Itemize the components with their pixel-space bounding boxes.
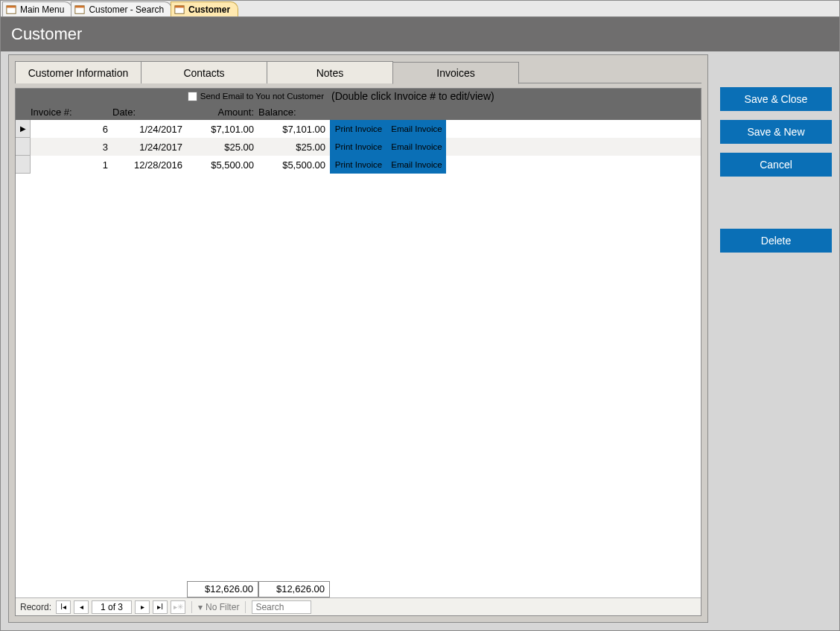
cell-invoice-no[interactable]: 3 (31, 138, 112, 156)
recnav-last-button[interactable]: ▸I (153, 600, 168, 614)
save-close-button[interactable]: Save & Close (720, 87, 832, 111)
cell-amount[interactable]: $7,101.00 (187, 120, 258, 138)
cell-amount[interactable]: $25.00 (187, 138, 258, 156)
recnav-filter[interactable]: ▾ No Filter (198, 602, 239, 612)
doc-tab-label: Main Menu (20, 4, 64, 15)
doc-tab-customer-search[interactable]: Customer - Search (71, 1, 172, 16)
doc-tab-customer[interactable]: Customer (171, 1, 238, 16)
row-selector[interactable]: ▶ (16, 120, 31, 138)
save-new-button[interactable]: Save & New (720, 120, 832, 144)
row-selector[interactable] (16, 138, 31, 156)
email-invoice-button[interactable]: Email Invoice (388, 156, 446, 174)
cell-date[interactable]: 1/24/2017 (112, 120, 187, 138)
send-email-label: Send Email to You not Customer (200, 92, 324, 101)
cell-balance[interactable]: $7,101.00 (258, 120, 330, 138)
form-icon (6, 4, 16, 15)
actions-pane: Save & Close Save & New Cancel Delete (720, 54, 832, 623)
form-icon (74, 4, 85, 15)
email-invoice-button[interactable]: Email Invoice (388, 120, 446, 138)
sub-tab-filler (519, 61, 701, 83)
table-row[interactable]: ▶ 6 1/24/2017 $7,101.00 $7,101.00 Print … (16, 120, 701, 138)
tab-customer-information[interactable]: Customer Information (15, 61, 141, 83)
col-balance: Balance: (258, 107, 330, 118)
cell-date[interactable]: 1/24/2017 (112, 138, 187, 156)
svg-rect-5 (175, 5, 184, 7)
total-balance: $12,626.00 (258, 581, 330, 597)
svg-rect-1 (7, 5, 16, 7)
cell-invoice-no[interactable]: 1 (31, 156, 112, 174)
sub-tab-bar: Customer Information Contacts Notes Invo… (15, 61, 701, 83)
table-row[interactable]: 1 12/28/2016 $5,500.00 $5,500.00 Print I… (16, 156, 701, 174)
grid-header: Send Email to You not Customer (Double c… (16, 89, 701, 120)
form-title: Customer (1, 17, 839, 51)
doc-tab-bar: Main Menu Customer - Search Customer (1, 1, 839, 17)
send-email-checkbox[interactable] (188, 92, 197, 101)
recnav-first-button[interactable]: I◂ (56, 600, 71, 614)
print-invoice-button[interactable]: Print Invoice (330, 156, 388, 174)
doc-tab-label: Customer (188, 4, 230, 15)
tab-control: Customer Information Contacts Notes Invo… (8, 54, 708, 623)
email-invoice-button[interactable]: Email Invoice (388, 138, 446, 156)
totals-row: $12,626.00 $12,626.00 (16, 580, 701, 597)
cell-invoice-no[interactable]: 6 (31, 120, 112, 138)
recnav-next-button[interactable]: ▸ (135, 600, 150, 614)
tab-contacts[interactable]: Contacts (141, 61, 267, 83)
tab-invoices[interactable]: Invoices (392, 62, 519, 84)
form-icon (174, 4, 185, 15)
recnav-prev-button[interactable]: ◂ (74, 600, 89, 614)
recnav-search-input[interactable] (252, 600, 311, 614)
col-invoice-no: Invoice #: (31, 107, 112, 118)
col-date: Date: (112, 107, 187, 118)
grid-hint: (Double click Invoice # to edit/view) (330, 90, 701, 102)
filter-icon: ▾ (198, 602, 203, 612)
recnav-counter[interactable]: 1 of 3 (92, 600, 132, 614)
delete-button[interactable]: Delete (720, 229, 832, 253)
cell-balance[interactable]: $25.00 (258, 138, 330, 156)
recnav-label: Record: (20, 602, 51, 612)
content-area: Customer Information Contacts Notes Invo… (8, 54, 832, 623)
app-window: Main Menu Customer - Search Customer Cus… (0, 0, 840, 631)
print-invoice-button[interactable]: Print Invoice (330, 120, 388, 138)
print-invoice-button[interactable]: Print Invoice (330, 138, 388, 156)
cell-amount[interactable]: $5,500.00 (187, 156, 258, 174)
grid-body-wrap: ▶ 6 1/24/2017 $7,101.00 $7,101.00 Print … (16, 120, 701, 615)
col-amount: Amount: (187, 107, 258, 118)
grid-body[interactable]: ▶ 6 1/24/2017 $7,101.00 $7,101.00 Print … (16, 120, 701, 580)
cell-balance[interactable]: $5,500.00 (258, 156, 330, 174)
send-email-check-wrap: Send Email to You not Customer (112, 92, 330, 101)
total-amount: $12,626.00 (187, 581, 258, 597)
recnav-filter-label: No Filter (206, 602, 239, 612)
svg-rect-3 (75, 5, 84, 7)
cancel-button[interactable]: Cancel (720, 153, 832, 177)
row-selector[interactable] (16, 156, 31, 174)
record-navigator: Record: I◂ ◂ 1 of 3 ▸ ▸I ▸✳ ▾ No Filter (16, 597, 701, 615)
cell-date[interactable]: 12/28/2016 (112, 156, 187, 174)
invoices-subform: Send Email to You not Customer (Double c… (15, 88, 701, 616)
recnav-new-button[interactable]: ▸✳ (171, 600, 185, 614)
table-row[interactable]: 3 1/24/2017 $25.00 $25.00 Print Invoice … (16, 138, 701, 156)
doc-tab-label: Customer - Search (89, 4, 164, 15)
tab-notes[interactable]: Notes (267, 61, 393, 83)
doc-tab-main-menu[interactable]: Main Menu (2, 1, 72, 16)
